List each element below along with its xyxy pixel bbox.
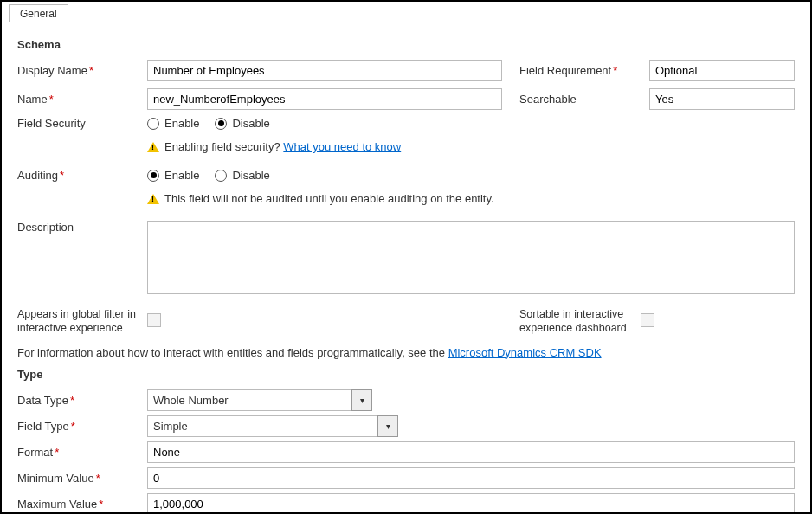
warning-icon xyxy=(147,142,159,152)
data-type-select[interactable]: Whole Number ▾ xyxy=(147,389,372,411)
sortable-dashboard-label: Sortable in interactive experience dashb… xyxy=(519,307,641,336)
tab-bar: General xyxy=(2,2,810,22)
maximum-value-label: Maximum Value* xyxy=(17,498,147,511)
radio-icon xyxy=(147,118,159,130)
data-type-label: Data Type* xyxy=(17,394,147,407)
field-requirement-select[interactable] xyxy=(649,60,795,81)
field-security-disable-radio[interactable]: Disable xyxy=(215,117,269,130)
auditing-disable-radio[interactable]: Disable xyxy=(215,169,269,182)
field-security-enable-radio[interactable]: Enable xyxy=(147,117,199,130)
chevron-down-icon[interactable]: ▾ xyxy=(351,389,372,411)
schema-section-title: Schema xyxy=(17,38,795,51)
description-input[interactable] xyxy=(147,221,795,294)
format-label: Format* xyxy=(17,446,147,459)
minimum-value-label: Minimum Value* xyxy=(17,472,147,485)
appears-global-filter-checkbox[interactable] xyxy=(147,313,161,327)
security-info-link[interactable]: What you need to know xyxy=(283,140,401,153)
minimum-value-input[interactable] xyxy=(147,467,795,489)
type-section-title: Type xyxy=(17,368,795,381)
maximum-value-input[interactable] xyxy=(147,493,795,515)
searchable-select[interactable] xyxy=(649,88,795,110)
field-security-label: Field Security xyxy=(17,117,147,130)
field-type-select[interactable]: Simple ▾ xyxy=(147,415,398,437)
auditing-label: Auditing* xyxy=(17,169,147,182)
searchable-label: Searchable xyxy=(519,93,649,106)
display-name-label: Display Name* xyxy=(17,64,147,77)
sdk-info: For information about how to interact wi… xyxy=(17,346,795,359)
name-label: Name* xyxy=(17,93,147,106)
format-input[interactable] xyxy=(147,441,795,463)
field-type-label: Field Type* xyxy=(17,420,147,433)
auditing-enable-radio[interactable]: Enable xyxy=(147,169,199,182)
radio-icon xyxy=(215,170,227,182)
description-label: Description xyxy=(17,221,147,234)
display-name-input[interactable] xyxy=(147,60,502,81)
chevron-down-icon[interactable]: ▾ xyxy=(377,415,398,437)
warning-icon xyxy=(147,194,159,204)
sdk-link[interactable]: Microsoft Dynamics CRM SDK xyxy=(448,346,602,359)
sortable-dashboard-checkbox[interactable] xyxy=(641,313,654,327)
radio-icon xyxy=(147,170,159,182)
appears-global-filter-label: Appears in global filter in interactive … xyxy=(17,307,147,336)
security-info: Enabling field security? What you need t… xyxy=(147,140,401,153)
name-input[interactable] xyxy=(147,88,502,110)
tab-general[interactable]: General xyxy=(9,4,68,22)
auditing-info: This field will not be audited until you… xyxy=(147,192,494,205)
field-requirement-label: Field Requirement* xyxy=(519,64,649,77)
radio-icon xyxy=(215,118,227,130)
